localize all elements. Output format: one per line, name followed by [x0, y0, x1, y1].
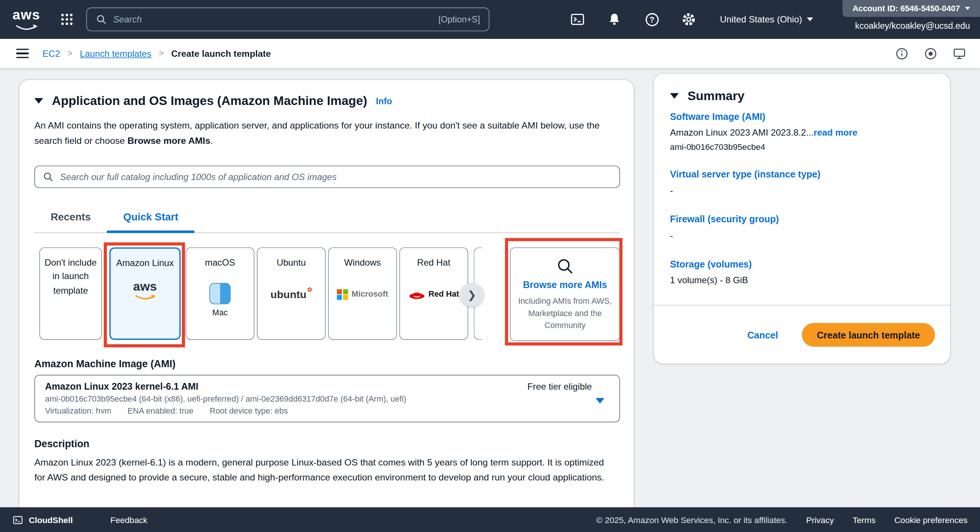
terms-link[interactable]: Terms [853, 515, 875, 524]
menu-toggle-icon[interactable] [16, 49, 29, 58]
global-search-input[interactable]: Search [Option+S] [86, 8, 490, 32]
summary-software-image-link[interactable]: Software Image (AMI) [670, 111, 765, 122]
ami-select-label: Amazon Machine Image (AMI) [34, 359, 176, 370]
display-monitor-icon[interactable] [952, 47, 966, 60]
summary-software-image-value: Amazon Linux 2023 AMI 2023.8.2...read mo… [670, 127, 858, 138]
mac-brand-label: Mac [212, 307, 228, 320]
ami-section-intro: An AMI contains the operating system, ap… [34, 119, 621, 149]
aws-logo[interactable]: aws [12, 8, 40, 33]
ami-name: Amazon Linux 2023 kernel-6.1 AMI [45, 381, 198, 392]
read-more-link[interactable]: read more [814, 127, 858, 138]
notifications-bell-icon[interactable] [607, 12, 622, 27]
ubuntu-circle-icon [308, 287, 312, 292]
breadcrumb-bar: EC2 > Launch templates > Create launch t… [0, 39, 980, 69]
copyright-text: © 2025, Amazon Web Services, Inc. or its… [596, 515, 787, 524]
browse-more-amis-label: Browse more AMIs [518, 279, 612, 289]
browse-more-amis-card[interactable]: Browse more AMIs Including AMIs from AWS… [510, 247, 620, 341]
summary-instance-type-value: - [670, 186, 673, 196]
ami-card-windows[interactable]: Windows Microsoft [328, 247, 397, 340]
ami-card-amazon-linux[interactable]: Amazon Linux aws [110, 247, 181, 340]
summary-firewall-link[interactable]: Firewall (security group) [670, 214, 779, 224]
summary-storage-link[interactable]: Storage (volumes) [670, 259, 752, 269]
description-heading: Description [34, 438, 89, 450]
aws-console-page: aws Search [Option+S] ? United States (O… [0, 0, 980, 532]
settings-gear-icon[interactable] [681, 12, 696, 27]
browse-more-amis-subtitle: Including AMIs from AWS, Marketplace and… [518, 295, 612, 331]
ami-section-panel: Application and OS Images (Amazon Machin… [19, 79, 634, 532]
ami-card-macos[interactable]: macOS Mac [186, 247, 255, 340]
search-icon [43, 171, 54, 182]
red-hat-logo-icon [409, 289, 426, 300]
breadcrumb-current: Create launch template [171, 49, 271, 59]
search-icon [556, 257, 574, 275]
mac-finder-icon [209, 283, 231, 305]
services-grid-icon[interactable] [59, 12, 75, 27]
quick-start-carousel: Don't include in launch template Amazon … [34, 247, 620, 345]
search-icon [96, 14, 107, 25]
chevron-down-icon [965, 7, 970, 10]
tab-quick-start[interactable]: Quick Start [107, 206, 194, 233]
cancel-button[interactable]: Cancel [747, 330, 778, 340]
ami-virtualization: Virtualization: hvm [45, 406, 111, 415]
breadcrumb-launch-templates[interactable]: Launch templates [80, 49, 151, 59]
ami-tabs: Recents Quick Start [34, 206, 620, 233]
collapse-summary-icon[interactable] [670, 93, 679, 98]
summary-instance-type-link[interactable]: Virtual server type (instance type) [670, 168, 820, 179]
ami-root-device: Root device type: ebs [210, 406, 288, 415]
ami-catalog-search-input[interactable]: Search our full catalog including 1000s … [34, 165, 620, 188]
aws-logo-text: aws [12, 8, 40, 22]
footer-bar: CloudShell Feedback © 2025, Amazon Web S… [0, 507, 980, 532]
account-id-label: Account ID: 6546-5450-0407 [853, 4, 960, 13]
ami-ena: ENA enabled: true [127, 406, 193, 415]
ami-card-ubuntu[interactable]: Ubuntu ubuntu [257, 247, 326, 340]
info-link[interactable]: Info [376, 96, 392, 106]
breadcrumb-separator: > [68, 49, 73, 58]
summary-firewall-value: - [670, 230, 673, 241]
ami-card-dont-include[interactable]: Don't include in launch template [39, 247, 102, 340]
free-tier-badge: Free tier eligible [527, 382, 592, 392]
cloudshell-icon [12, 515, 23, 525]
aws-brand-logo: aws [133, 280, 157, 292]
create-launch-template-button[interactable]: Create launch template [802, 323, 935, 347]
description-body: Amazon Linux 2023 (kernel-6.1) is a mode… [34, 455, 617, 485]
tab-recents[interactable]: Recents [34, 206, 107, 232]
privacy-link[interactable]: Privacy [806, 515, 834, 524]
footer-cloudshell[interactable]: CloudShell [12, 515, 73, 525]
cloudshell-icon[interactable] [570, 12, 585, 27]
summary-title: Summary [687, 89, 744, 103]
ami-detail: ami-0b016c703b95ecbe4 (64-bit (x86), uef… [45, 394, 609, 403]
carousel-next-button[interactable]: ❯ [460, 283, 484, 307]
region-label: United States (Ohio) [720, 14, 802, 24]
dropdown-caret-icon[interactable] [596, 398, 605, 403]
search-placeholder: Search [113, 14, 142, 24]
feedback-link[interactable]: Feedback [110, 515, 147, 524]
chevron-down-icon [807, 17, 813, 21]
red-hat-brand-label: Red Hat [428, 288, 459, 301]
ami-card-red-hat[interactable]: Red Hat Red Hat [399, 247, 468, 340]
cookie-preferences-link[interactable]: Cookie preferences [894, 515, 968, 524]
breadcrumb-ec2[interactable]: EC2 [43, 49, 60, 59]
account-id-menu[interactable]: Account ID: 6546-5450-0407 [842, 0, 980, 17]
search-shortcut-hint: [Option+S] [438, 14, 480, 24]
summary-panel: Summary Software Image (AMI) Amazon Linu… [653, 73, 950, 364]
top-navigation-bar: aws Search [Option+S] ? United States (O… [0, 0, 980, 39]
microsoft-brand-label: Microsoft [352, 288, 388, 301]
help-icon[interactable]: ? [644, 12, 659, 27]
ami-section-title: Application and OS Images (Amazon Machin… [52, 94, 368, 108]
catalog-search-placeholder: Search our full catalog including 1000s … [60, 172, 337, 182]
breadcrumb-separator: > [159, 49, 164, 58]
info-icon[interactable] [895, 47, 909, 60]
microsoft-logo-icon [337, 289, 348, 300]
region-selector[interactable]: United States (Ohio) [720, 0, 813, 39]
cloudshell-label: CloudShell [29, 515, 73, 524]
announcements-icon[interactable] [924, 47, 937, 60]
summary-ami-id: ami-0b016c703b95ecbe4 [670, 142, 765, 152]
aws-smile-icon [15, 24, 37, 31]
collapse-section-icon[interactable] [34, 98, 43, 104]
ubuntu-brand-logo: ubuntu [270, 287, 307, 303]
summary-storage-value: 1 volume(s) - 8 GiB [670, 275, 748, 285]
ami-select-dropdown[interactable]: Amazon Linux 2023 kernel-6.1 AMI Free ti… [34, 375, 620, 422]
account-user-label: kcoakley/kcoakley@ucsd.edu [855, 21, 970, 31]
aws-smile-icon [135, 295, 156, 301]
